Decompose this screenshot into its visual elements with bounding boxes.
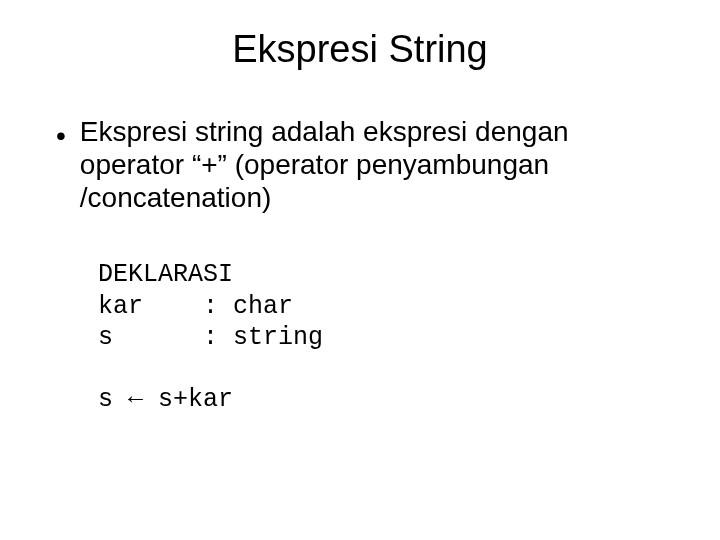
declaration-header: DEKLARASI — [98, 260, 233, 289]
code-assignment: s ← s+kar — [98, 385, 233, 414]
declaration-block: DEKLARASI kar : char s : string s ← s+ka… — [98, 228, 672, 416]
bullet-text: Ekspresi string adalah ekspresi dengan o… — [80, 115, 672, 214]
declaration-line-2: s : string — [98, 323, 323, 352]
bullet-marker: • — [56, 119, 66, 153]
declaration-line-1: kar : char — [98, 292, 293, 321]
bullet-item: • Ekspresi string adalah ekspresi dengan… — [56, 115, 672, 214]
slide-title: Ekspresi String — [48, 28, 672, 71]
